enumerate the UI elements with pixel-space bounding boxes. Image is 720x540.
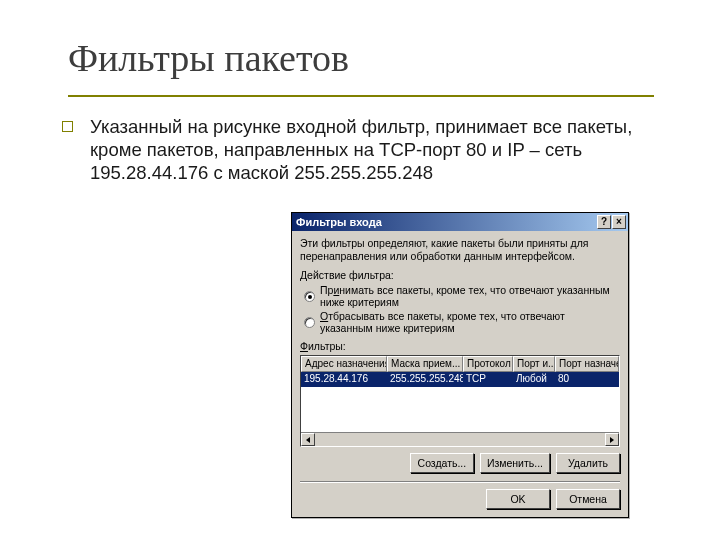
slide-body: Указанный на рисунке входной фильтр, при… [62, 115, 662, 184]
column-protocol[interactable]: Протокол [463, 356, 513, 372]
square-bullet-icon [62, 121, 76, 135]
radio-icon [304, 291, 315, 302]
bullet-item: Указанный на рисунке входной фильтр, при… [62, 115, 662, 184]
scroll-left-button[interactable] [301, 433, 315, 446]
dialog-title: Фильтры входа [296, 216, 382, 228]
title-underline [68, 95, 654, 97]
create-button[interactable]: Создать... [410, 453, 474, 473]
radio-accept[interactable]: Принимать все пакеты, кроме тех, что отв… [304, 284, 620, 308]
radio-accept-label: Принимать все пакеты, кроме тех, что отв… [320, 284, 620, 308]
cancel-button[interactable]: Отмена [556, 489, 620, 509]
cell-dst-port: 80 [555, 372, 619, 387]
radio-icon [304, 317, 315, 328]
help-button[interactable]: ? [597, 215, 611, 229]
close-button[interactable]: × [612, 215, 626, 229]
dialog-body: Эти фильтры определяют, какие пакеты был… [292, 231, 628, 517]
filters-listview[interactable]: Адрес назначения Маска прием... Протокол… [300, 355, 620, 447]
dialog-titlebar[interactable]: Фильтры входа ? × [292, 213, 628, 231]
dialog-buttons-row: OK Отмена [300, 489, 620, 509]
table-row[interactable]: 195.28.44.176 255.255.255.248 TCP Любой … [301, 372, 619, 387]
filters-dialog: Фильтры входа ? × Эти фильтры определяют… [291, 212, 629, 518]
column-mask[interactable]: Маска прием... [387, 356, 463, 372]
cell-src-port: Любой [513, 372, 555, 387]
scroll-right-button[interactable] [605, 433, 619, 446]
separator [300, 481, 620, 483]
slide-title: Фильтры пакетов [68, 36, 349, 80]
radio-drop-label: Отбрасывать все пакеты, кроме тех, что о… [320, 310, 620, 334]
column-dst-port[interactable]: Порт назначения или [555, 356, 619, 372]
chevron-left-icon [306, 437, 310, 443]
column-dest-addr[interactable]: Адрес назначения [301, 356, 387, 372]
bullet-text: Указанный на рисунке входной фильтр, при… [90, 115, 662, 184]
dialog-instruction: Эти фильтры определяют, какие пакеты был… [300, 237, 620, 263]
chevron-right-icon [610, 437, 614, 443]
filter-action-label: Действие фильтра: [300, 269, 620, 281]
ok-button[interactable]: OK [486, 489, 550, 509]
delete-button[interactable]: Удалить [556, 453, 620, 473]
filters-list-label: Фильтры: [300, 340, 620, 352]
listview-header[interactable]: Адрес назначения Маска прием... Протокол… [301, 356, 619, 372]
cell-addr: 195.28.44.176 [301, 372, 387, 387]
edit-button[interactable]: Изменить... [480, 453, 550, 473]
cell-proto: TCP [463, 372, 513, 387]
column-src-port[interactable]: Порт и... [513, 356, 555, 372]
horizontal-scrollbar[interactable] [301, 432, 619, 446]
cell-mask: 255.255.255.248 [387, 372, 463, 387]
list-buttons-row: Создать... Изменить... Удалить [300, 453, 620, 473]
radio-drop[interactable]: Отбрасывать все пакеты, кроме тех, что о… [304, 310, 620, 334]
